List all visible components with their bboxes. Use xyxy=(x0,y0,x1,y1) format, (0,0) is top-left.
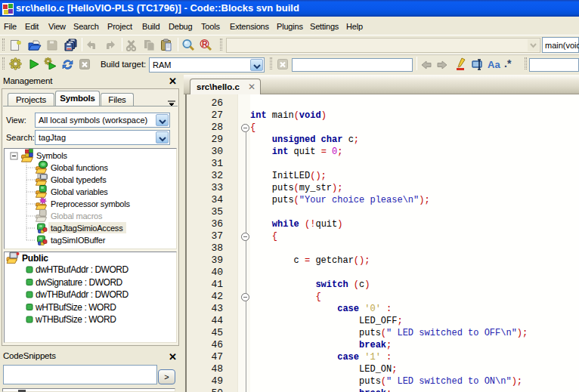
svg-text:wHTBufSize : WORD: wHTBufSize : WORD xyxy=(35,302,116,313)
svg-text:wTHBufSize : WORD: wTHBufSize : WORD xyxy=(35,314,116,325)
svg-text:dwHTBufAddr : DWORD: dwHTBufAddr : DWORD xyxy=(36,264,129,275)
svg-text:Global variables: Global variables xyxy=(51,187,108,196)
svg-text:R: R xyxy=(202,39,208,48)
svg-text:Symbols: Symbols xyxy=(36,151,67,160)
svg-text:Public: Public xyxy=(22,253,48,264)
svg-text:Preprocessor symbols: Preprocessor symbols xyxy=(51,199,131,208)
svg-text:Global typedefs: Global typedefs xyxy=(51,175,107,184)
svg-text:Global functions: Global functions xyxy=(51,163,108,172)
svg-text:dwSignature : DWORD: dwSignature : DWORD xyxy=(36,277,123,288)
svg-text:Global macros: Global macros xyxy=(51,211,103,221)
svg-text:tagSimIOBuffer: tagSimIOBuffer xyxy=(51,236,106,245)
svg-text:tagJtagSimioAccess: tagJtagSimioAccess xyxy=(51,224,123,233)
svg-text:dwTHBufAddr : DWORD: dwTHBufAddr : DWORD xyxy=(36,289,129,300)
